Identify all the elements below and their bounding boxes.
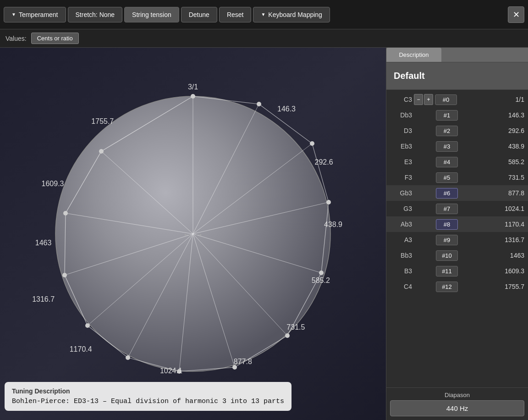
note-label-1609: 1609.3: [42, 180, 64, 188]
note-name: E3: [390, 158, 412, 166]
tuning-description-panel: Tuning Description Bohlen-Pierce: ED3-13…: [5, 382, 292, 411]
note-row[interactable]: C4 #12 1755.7: [386, 279, 528, 294]
description-tab-label: Description: [399, 51, 429, 58]
note-value: 292.6: [460, 127, 524, 134]
tuning-description-title: Tuning Description: [12, 387, 284, 395]
plus-button[interactable]: +: [424, 94, 433, 105]
svg-point-27: [99, 149, 104, 154]
circle-container: ← → #0 3/1 146.3 292.6 438.9 585.2 731.5…: [37, 78, 349, 390]
note-name: G3: [390, 205, 412, 212]
note-name: Db3: [390, 111, 412, 119]
note-row[interactable]: Bb3 #10 1463: [386, 248, 528, 263]
description-tab[interactable]: Description: [386, 48, 441, 62]
note-value: 438.9: [460, 143, 524, 150]
svg-point-26: [63, 211, 68, 216]
note-row[interactable]: F3 #5 731.5: [386, 170, 528, 185]
reset-button[interactable]: Reset: [219, 7, 252, 22]
note-label-146: 146.3: [277, 105, 296, 113]
description-value: Default: [394, 71, 425, 81]
note-row[interactable]: Eb3 #3 438.9: [386, 138, 528, 154]
detune-label: Detune: [189, 11, 209, 18]
note-label-1463: 1463: [35, 239, 52, 247]
keyboard-mapping-label: Keyboard Mapping: [268, 11, 322, 18]
temperament-dropdown-arrow: ▼: [11, 12, 16, 17]
note-hash[interactable]: #8: [436, 219, 458, 230]
note-hash[interactable]: #3: [436, 141, 458, 152]
tuning-description-text: Bohlen-Pierce: ED3-13 – Equal division o…: [12, 398, 284, 405]
note-value: 731.5: [460, 174, 524, 181]
note-hash[interactable]: #7: [436, 204, 458, 214]
note-row[interactable]: Ab3 #8 1170.4: [386, 216, 528, 232]
reset-label: Reset: [227, 11, 244, 18]
note-row[interactable]: D3 #2 292.6: [386, 123, 528, 138]
temperament-label: Temperament: [19, 11, 58, 18]
note-name: C4: [390, 283, 412, 290]
svg-point-17: [310, 141, 314, 146]
note-hash[interactable]: #5: [436, 172, 458, 183]
cents-or-ratio-button[interactable]: Cents or ratio: [31, 33, 79, 44]
note-label-292: 292.6: [315, 158, 333, 166]
description-content: Default: [386, 62, 528, 90]
cents-or-ratio-label: Cents or ratio: [37, 35, 73, 42]
note-value: 1463: [460, 252, 524, 259]
toolbar: ▼ Temperament Stretch: None String tensi…: [0, 0, 528, 29]
note-name: Bb3: [390, 252, 412, 259]
keyboard-mapping-arrow: ▼: [261, 12, 265, 17]
note-value: 877.8: [460, 189, 524, 197]
svg-point-15: [191, 94, 195, 99]
note-hash[interactable]: #0: [435, 94, 457, 105]
note-row[interactable]: B3 #11 1609.3: [386, 263, 528, 279]
note-row[interactable]: E3 #4 585.2: [386, 154, 528, 170]
note-hash[interactable]: #9: [436, 235, 458, 245]
stretch-label: Stretch: None: [76, 11, 115, 18]
note-label-731: 731.5: [286, 323, 305, 332]
note-name: F3: [390, 174, 412, 181]
note-row[interactable]: G3 #7 1024.1: [386, 201, 528, 216]
svg-point-19: [319, 271, 324, 275]
diapason-label: Diapason: [390, 392, 524, 398]
keyboard-mapping-button[interactable]: ▼ Keyboard Mapping: [253, 7, 330, 22]
note-hash[interactable]: #6: [436, 188, 458, 199]
note-name: Ab3: [390, 221, 412, 228]
note-hash[interactable]: #1: [436, 110, 458, 121]
note-name: B3: [390, 267, 412, 275]
close-button[interactable]: ✕: [508, 6, 524, 23]
note-label-1755: 1755.7: [91, 117, 114, 126]
right-panel: Description Default C3 − + #0 1/1 Db3 #1…: [386, 48, 528, 420]
note-value: 1170.4: [460, 221, 524, 228]
note-hash[interactable]: #2: [436, 126, 458, 136]
minus-button[interactable]: −: [414, 94, 423, 105]
note-name: A3: [390, 236, 412, 243]
svg-point-25: [62, 273, 67, 277]
note-value: 585.2: [460, 158, 524, 166]
note-label-1316: 1316.7: [32, 295, 55, 304]
stretch-button[interactable]: Stretch: None: [68, 7, 123, 22]
svg-point-24: [85, 323, 90, 328]
diapason-section: Diapason 440 Hz: [386, 387, 528, 420]
close-icon: ✕: [513, 10, 520, 20]
note-value: 1/1: [459, 96, 524, 103]
note-hash[interactable]: #10: [436, 250, 458, 261]
note-row[interactable]: A3 #9 1316.7: [386, 232, 528, 248]
note-value: 1609.3: [460, 267, 524, 275]
note-label-877: 877.8: [234, 358, 252, 366]
note-row[interactable]: Gb3 #6 877.8: [386, 185, 528, 201]
note-hash[interactable]: #11: [436, 266, 458, 276]
tuning-circle-svg: ← →: [37, 78, 349, 390]
note-value: 1024.1: [460, 205, 524, 212]
note-list[interactable]: C3 − + #0 1/1 Db3 #1 146.3 D3 #2 292.6 E…: [386, 90, 528, 387]
string-tension-label: String tension: [132, 11, 171, 18]
diapason-value[interactable]: 440 Hz: [390, 400, 524, 416]
note-hash[interactable]: #4: [436, 157, 458, 167]
note-row[interactable]: Db3 #1 146.3: [386, 107, 528, 123]
note-hash[interactable]: #12: [436, 282, 458, 292]
minus-plus-controls: − +: [414, 94, 433, 105]
detune-button[interactable]: Detune: [181, 7, 217, 22]
temperament-button[interactable]: ▼ Temperament: [4, 7, 66, 22]
string-tension-button[interactable]: String tension: [124, 7, 179, 22]
values-bar: Values: Cents or ratio: [0, 29, 528, 48]
note-value: 1316.7: [460, 236, 524, 243]
svg-point-20: [285, 333, 290, 338]
svg-point-18: [326, 200, 331, 204]
note-row[interactable]: C3 − + #0 1/1: [386, 92, 528, 107]
